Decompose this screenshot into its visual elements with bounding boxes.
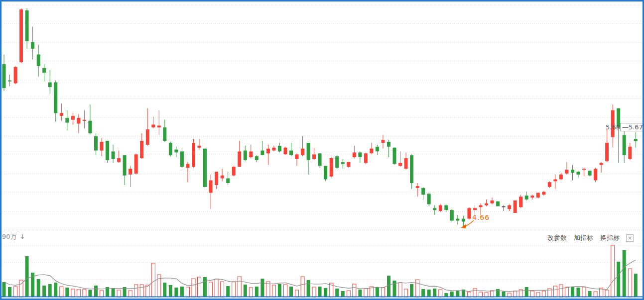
volume-value-label: 90万 xyxy=(2,233,17,240)
volume-indicator-label[interactable]: 90万↓ xyxy=(2,232,25,241)
price-label-boxed: —5.67 xyxy=(620,123,644,131)
collapse-arrow-icon[interactable]: ↓ xyxy=(20,233,25,240)
change-params-button[interactable]: 改参数 xyxy=(547,233,567,242)
volume-bars[interactable] xyxy=(2,245,638,297)
indicator-toolbar: 改参数 加指标 换指标 xyxy=(547,233,620,242)
add-indicator-button[interactable]: 加指标 xyxy=(574,233,593,242)
last-price-tooltip: 5.68 —5.67 xyxy=(606,123,644,131)
low-price-annotation: 4.66 xyxy=(472,213,490,221)
close-pane-button[interactable]: × xyxy=(626,234,634,242)
chart-canvas[interactable] xyxy=(1,1,643,299)
switch-indicator-button[interactable]: 换指标 xyxy=(600,233,620,242)
gridlines xyxy=(2,5,642,280)
stock-chart-window: 90万↓ 改参数 加指标 换指标 × 4.66 5.68 —5.67 xyxy=(0,0,644,300)
close-icon: × xyxy=(628,235,632,241)
price-label-left: 5.68 xyxy=(606,123,620,131)
